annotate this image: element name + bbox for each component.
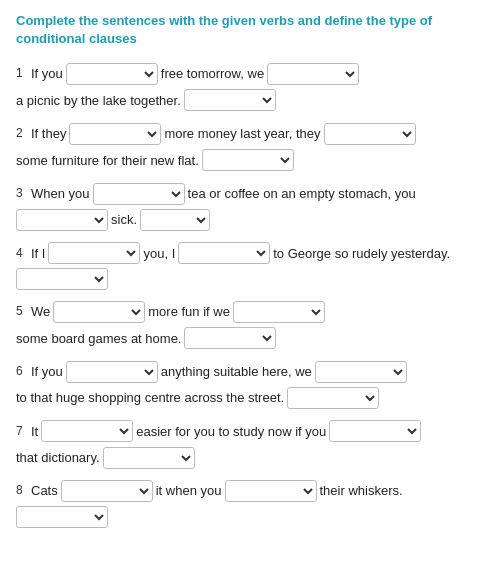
sentence-line: 8Catsit when youtheir whiskers. <box>16 479 484 527</box>
sentence-text: their whiskers. <box>320 479 403 502</box>
sentence-block: 8Catsit when youtheir whiskers. <box>16 479 484 527</box>
sentence-number: 1 <box>16 63 26 85</box>
sentences-container: 1If youfree tomorrow, wea picnic by the … <box>16 62 484 527</box>
sentence-number: 6 <box>16 361 26 383</box>
sentence-text: We <box>31 300 50 323</box>
verb-select[interactable] <box>315 361 407 383</box>
verb-select[interactable] <box>267 63 359 85</box>
sentence-block: 6If youanything suitable here, weto that… <box>16 360 484 410</box>
sentence-text: a picnic by the lake together. <box>16 89 181 112</box>
sentence-number: 8 <box>16 480 26 502</box>
sentence-number: 3 <box>16 183 26 205</box>
sentence-block: 1If youfree tomorrow, wea picnic by the … <box>16 62 484 112</box>
verb-select[interactable] <box>53 301 145 323</box>
sentence-line: 6If youanything suitable here, weto that… <box>16 360 484 410</box>
sentence-line: 7Iteasier for you to study now if youtha… <box>16 420 484 470</box>
sentence-text: easier for you to study now if you <box>136 420 326 443</box>
verb-select[interactable] <box>287 387 379 409</box>
sentence-text: some furniture for their new flat. <box>16 149 199 172</box>
sentence-block: 2If theymore money last year, theysome f… <box>16 122 484 172</box>
sentence-text: to George so rudely yesterday. <box>273 242 450 265</box>
sentence-text: tea or coffee on an empty stomach, you <box>188 182 416 205</box>
sentence-block: 5Wemore fun if wesome board games at hom… <box>16 300 484 350</box>
sentence-text: It <box>31 420 38 443</box>
sentence-number: 5 <box>16 301 26 323</box>
sentence-line: 1If youfree tomorrow, wea picnic by the … <box>16 62 484 112</box>
verb-select[interactable] <box>184 89 276 111</box>
verb-select[interactable] <box>324 123 416 145</box>
verb-select[interactable] <box>16 268 108 290</box>
sentence-line: 2If theymore money last year, theysome f… <box>16 122 484 172</box>
sentence-block: 3When youtea or coffee on an empty stoma… <box>16 182 484 232</box>
sentence-text: If you <box>31 62 63 85</box>
verb-select[interactable] <box>329 420 421 442</box>
sentence-block: 4If Iyou, Ito George so rudely yesterday… <box>16 242 484 290</box>
sentence-number: 2 <box>16 123 26 145</box>
sentence-line: 3When youtea or coffee on an empty stoma… <box>16 182 484 232</box>
sentence-line: 5Wemore fun if wesome board games at hom… <box>16 300 484 350</box>
sentence-text: that dictionary. <box>16 446 100 469</box>
verb-select[interactable] <box>66 63 158 85</box>
sentence-text: more money last year, they <box>164 122 320 145</box>
sentence-text: When you <box>31 182 90 205</box>
sentence-text: to that huge shopping centre across the … <box>16 386 284 409</box>
sentence-text: If you <box>31 360 63 383</box>
verb-select[interactable] <box>202 149 294 171</box>
sentence-text: Cats <box>31 479 58 502</box>
verb-select[interactable] <box>178 242 270 264</box>
verb-select[interactable] <box>16 209 108 231</box>
verb-select[interactable] <box>140 209 210 231</box>
verb-select[interactable] <box>66 361 158 383</box>
verb-select[interactable] <box>48 242 140 264</box>
verb-select[interactable] <box>69 123 161 145</box>
verb-select[interactable] <box>103 447 195 469</box>
sentence-block: 7Iteasier for you to study now if youtha… <box>16 420 484 470</box>
sentence-text: you, I <box>143 242 175 265</box>
sentence-text: sick. <box>111 208 137 231</box>
sentence-text: If they <box>31 122 66 145</box>
page-title: Complete the sentences with the given ve… <box>16 12 484 48</box>
verb-select[interactable] <box>93 183 185 205</box>
sentence-number: 7 <box>16 421 26 443</box>
verb-select[interactable] <box>233 301 325 323</box>
sentence-text: If I <box>31 242 45 265</box>
sentence-text: free tomorrow, we <box>161 62 264 85</box>
verb-select[interactable] <box>61 480 153 502</box>
sentence-text: more fun if we <box>148 300 230 323</box>
sentence-text: it when you <box>156 479 222 502</box>
sentence-text: some board games at home. <box>16 327 181 350</box>
verb-select[interactable] <box>16 506 108 528</box>
verb-select[interactable] <box>184 327 276 349</box>
sentence-number: 4 <box>16 243 26 265</box>
verb-select[interactable] <box>41 420 133 442</box>
sentence-text: anything suitable here, we <box>161 360 312 383</box>
verb-select[interactable] <box>225 480 317 502</box>
sentence-line: 4If Iyou, Ito George so rudely yesterday… <box>16 242 484 290</box>
